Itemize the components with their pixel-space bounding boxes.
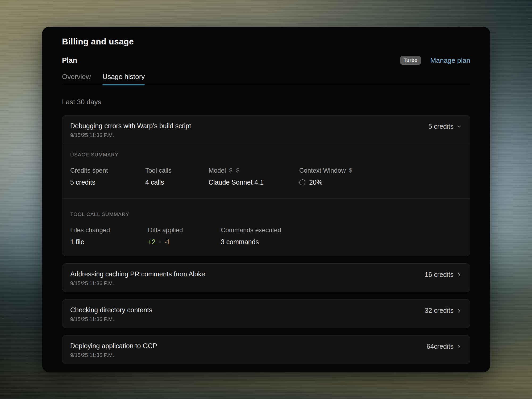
usage-item-credits-toggle[interactable]: 16 credits bbox=[425, 271, 462, 279]
commands-executed-label: Commands executed bbox=[221, 226, 462, 234]
credits-amount: 32 credits bbox=[425, 307, 454, 314]
credits-amount: 5 credits bbox=[429, 123, 454, 130]
usage-item-timestamp: 9/15/25 11:36 P.M. bbox=[70, 316, 152, 322]
usage-item-header[interactable]: Addressing caching PR comments from Alok… bbox=[62, 264, 470, 292]
context-window-percent: 20% bbox=[309, 178, 322, 186]
tool-call-summary-labels: Files changed Diffs applied Commands exe… bbox=[70, 226, 462, 234]
context-progress-ring-icon bbox=[299, 179, 305, 185]
chevron-down-icon bbox=[456, 124, 462, 130]
usage-item-credits-toggle[interactable]: 64credits bbox=[427, 343, 462, 350]
usage-summary-labels: Credits spent Tool calls Model $ $ Conte… bbox=[70, 167, 462, 174]
files-changed-value: 1 file bbox=[70, 238, 148, 246]
usage-item-title: Debugging errors with Warp’s build scrip… bbox=[70, 122, 191, 130]
usage-item-titles: Checking directory contents 9/15/25 11:3… bbox=[70, 306, 152, 322]
credits-spent-label: Credits spent bbox=[70, 167, 145, 174]
context-window-label: Context Window $ bbox=[299, 167, 462, 174]
tab-usage-history[interactable]: Usage history bbox=[102, 73, 145, 85]
chevron-right-icon bbox=[456, 272, 462, 278]
usage-summary-heading: USAGE SUMMARY bbox=[70, 152, 462, 158]
manage-plan-link[interactable]: Manage plan bbox=[430, 56, 470, 65]
usage-item-timestamp: 9/15/25 11:36 P.M. bbox=[70, 352, 157, 358]
diffs-applied-label: Diffs applied bbox=[148, 226, 221, 234]
usage-item-title: Deploying application to GCP bbox=[70, 342, 157, 350]
context-window-cost-hint: $ bbox=[349, 167, 353, 174]
tool-calls-label: Tool calls bbox=[145, 167, 209, 174]
tab-bar: Overview Usage history bbox=[62, 73, 470, 85]
tool-call-summary-section: TOOL CALL SUMMARY Files changed Diffs ap… bbox=[62, 198, 470, 256]
model-label-text: Model bbox=[209, 167, 226, 174]
credits-spent-value: 5 credits bbox=[70, 178, 145, 186]
usage-item-titles: Addressing caching PR comments from Alok… bbox=[70, 270, 205, 286]
context-window-label-text: Context Window bbox=[299, 167, 346, 174]
usage-item-timestamp: 9/15/25 11:36 P.M. bbox=[70, 280, 205, 286]
plan-row: Plan Turbo Manage plan bbox=[62, 56, 470, 65]
credits-amount: 16 credits bbox=[425, 271, 454, 279]
page-title: Billing and usage bbox=[62, 37, 470, 47]
model-label: Model $ $ bbox=[209, 167, 299, 174]
usage-summary-values: 5 credits 4 calls Claude Sonnet 4.1 20% bbox=[70, 174, 462, 186]
context-window-value: 20% bbox=[299, 178, 462, 186]
usage-item-header[interactable]: Checking directory contents 9/15/25 11:3… bbox=[62, 300, 470, 328]
usage-item-title: Addressing caching PR comments from Alok… bbox=[70, 270, 205, 278]
usage-item-expanded: Debugging errors with Warp’s build scrip… bbox=[62, 115, 470, 256]
tool-call-summary-values: 1 file +2 • -1 3 commands bbox=[70, 234, 462, 246]
credits-amount: 64credits bbox=[427, 343, 454, 350]
billing-usage-panel: Billing and usage Plan Turbo Manage plan… bbox=[42, 27, 490, 372]
usage-summary-section: USAGE SUMMARY Credits spent Tool calls M… bbox=[62, 144, 470, 198]
plan-tier-badge: Turbo bbox=[400, 56, 421, 65]
usage-item-timestamp: 9/15/25 11:36 P.M. bbox=[70, 132, 191, 138]
diffs-removed-count: -1 bbox=[164, 238, 170, 246]
model-value: Claude Sonnet 4.1 bbox=[209, 178, 299, 186]
diffs-separator-dot: • bbox=[159, 239, 161, 245]
usage-list: Debugging errors with Warp’s build scrip… bbox=[62, 115, 470, 364]
diffs-applied-value: +2 • -1 bbox=[148, 238, 221, 246]
usage-item-credits-toggle[interactable]: 32 credits bbox=[425, 307, 462, 314]
usage-item-credits-toggle[interactable]: 5 credits bbox=[429, 123, 462, 130]
tool-call-summary-heading: TOOL CALL SUMMARY bbox=[70, 211, 462, 217]
usage-item-titles: Debugging errors with Warp’s build scrip… bbox=[70, 122, 191, 138]
plan-heading: Plan bbox=[62, 56, 77, 65]
usage-item-titles: Deploying application to GCP 9/15/25 11:… bbox=[70, 342, 157, 358]
chevron-right-icon bbox=[456, 344, 462, 350]
model-cost-hint: $ $ bbox=[229, 167, 240, 174]
tool-calls-value: 4 calls bbox=[145, 178, 209, 186]
diffs-added-count: +2 bbox=[148, 238, 156, 246]
usage-item: Deploying application to GCP 9/15/25 11:… bbox=[62, 335, 470, 364]
plan-controls: Turbo Manage plan bbox=[400, 56, 470, 65]
chevron-right-icon bbox=[456, 308, 462, 314]
files-changed-label: Files changed bbox=[70, 226, 148, 234]
tab-overview[interactable]: Overview bbox=[62, 73, 91, 85]
commands-executed-value: 3 commands bbox=[221, 238, 462, 246]
usage-item-header[interactable]: Deploying application to GCP 9/15/25 11:… bbox=[62, 335, 470, 364]
usage-item: Checking directory contents 9/15/25 11:3… bbox=[62, 299, 470, 328]
usage-item: Addressing caching PR comments from Alok… bbox=[62, 263, 470, 292]
period-label: Last 30 days bbox=[62, 98, 470, 106]
usage-item-header[interactable]: Debugging errors with Warp’s build scrip… bbox=[62, 115, 470, 144]
usage-item-title: Checking directory contents bbox=[70, 306, 152, 314]
